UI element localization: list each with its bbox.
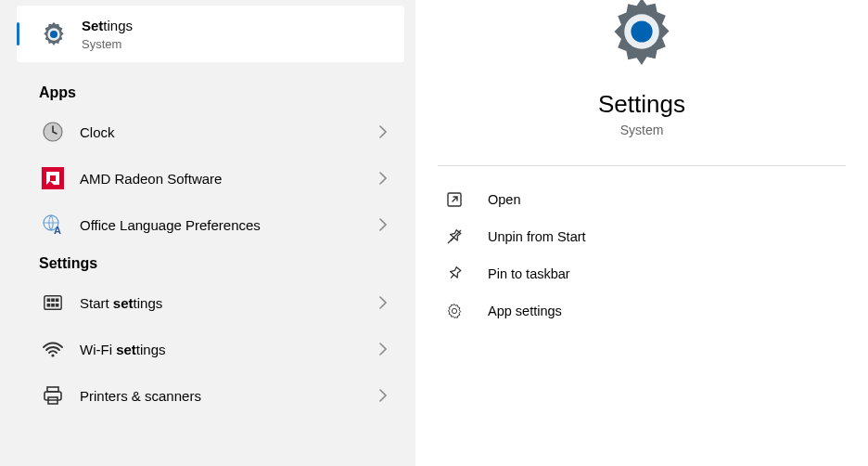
chevron-right-icon [378,172,388,185]
divider [438,165,846,166]
detail-title: Settings [598,90,685,119]
best-match-subtitle: System [82,37,133,51]
svg-point-17 [631,20,652,42]
action-app-settings[interactable]: App settings [438,292,846,330]
chevron-right-icon [378,389,388,402]
svg-point-20 [452,308,456,313]
action-open[interactable]: Open [438,181,846,218]
chevron-right-icon [378,296,388,309]
amd-icon [41,166,65,190]
detail-actions: Open Unpin from Start Pin to taskbar App… [438,181,846,330]
svg-rect-6 [47,299,51,303]
app-clock[interactable]: Clock [0,109,415,155]
setting-label: Start settings [80,295,401,311]
svg-text:A: A [54,225,61,236]
start-icon [41,291,65,315]
action-label: Unpin from Start [488,229,586,244]
app-label: AMD Radeon Software [80,171,401,187]
printer-icon [41,383,65,408]
action-unpin-from-start[interactable]: Unpin from Start [438,218,846,255]
best-match-title: Settings [82,17,133,35]
svg-rect-14 [45,392,61,400]
settings-icon [39,19,69,49]
setting-wifi-settings[interactable]: Wi-Fi settings [0,326,415,372]
setting-label: Wi-Fi settings [80,342,401,357]
globe-icon: A [41,213,65,237]
chevron-right-icon [378,125,388,138]
best-match-item[interactable]: Settings System [17,6,404,62]
search-results-panel: Settings System Apps Clock AMD Radeon So… [0,0,415,466]
svg-rect-8 [56,299,59,303]
setting-start-settings[interactable]: Start settings [0,279,415,326]
svg-rect-9 [47,304,51,307]
pin-icon [445,265,464,283]
action-pin-to-taskbar[interactable]: Pin to taskbar [438,255,846,292]
action-label: Open [488,192,520,207]
wifi-icon [41,337,65,361]
app-office-language[interactable]: A Office Language Preferences [0,201,415,248]
unpin-icon [445,227,464,246]
section-header-apps: Apps [0,77,415,109]
gear-icon [445,302,464,320]
setting-printers-scanners[interactable]: Printers & scanners [0,372,415,419]
action-label: Pin to taskbar [488,266,570,281]
detail-subtitle: System [620,123,664,137]
svg-rect-10 [51,304,55,307]
chevron-right-icon [378,343,388,356]
app-amd-radeon[interactable]: AMD Radeon Software [0,155,415,201]
clock-icon [41,120,65,144]
app-label: Office Language Preferences [80,217,401,233]
svg-point-1 [50,31,57,38]
svg-line-19 [448,230,461,243]
setting-label: Printers & scanners [80,388,401,404]
app-label: Clock [80,124,401,140]
settings-icon-large [604,0,680,70]
action-label: App settings [488,304,562,318]
section-header-settings: Settings [0,248,415,279]
detail-panel: Settings System Open Unpin from Start Pi… [415,0,868,466]
chevron-right-icon [378,218,388,231]
svg-rect-5 [45,296,61,310]
svg-rect-7 [51,299,55,303]
svg-point-12 [51,355,54,357]
open-icon [445,190,464,209]
svg-rect-11 [56,304,59,307]
